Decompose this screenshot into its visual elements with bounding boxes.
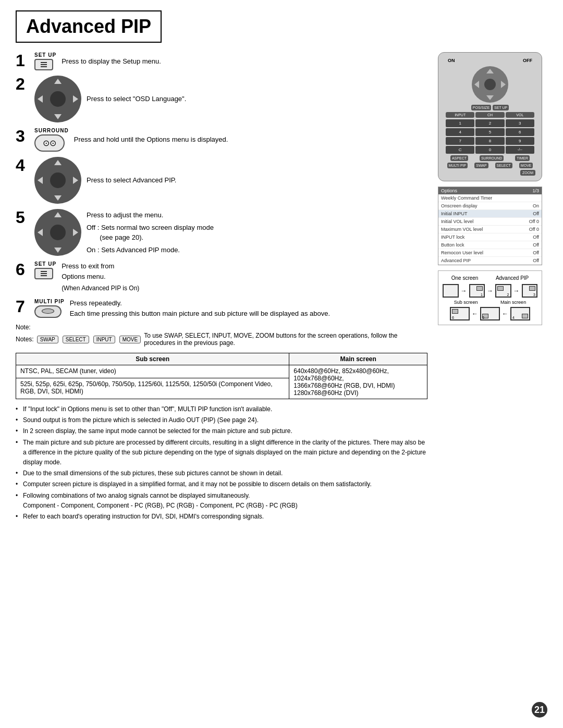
setup-button-6[interactable] — [34, 268, 53, 279]
remote-surround-btn[interactable]: SURROUND — [480, 155, 504, 161]
options-page: 1/3 — [532, 188, 539, 193]
menu-icon-6 — [41, 271, 47, 276]
table-cell-main-1: 640x480@60Hz, 852x480@60Hz, 1024x768@60H… — [289, 365, 427, 399]
dpad-center[interactable] — [50, 91, 66, 107]
bullet-item-5: • Computer screen picture is displayed i… — [16, 479, 427, 489]
remote-select-btn[interactable]: SELECT — [495, 163, 512, 168]
options-inputlock-val: Off — [533, 235, 539, 240]
bullet-icon-7: • — [16, 512, 21, 522]
remote-pos-size-btn[interactable]: POS/SIZE — [471, 105, 491, 110]
table-col2-header: Main screen — [289, 353, 427, 365]
dpad-right-icon-5[interactable] — [73, 229, 78, 236]
options-remocon-val: Off — [533, 250, 539, 255]
dpad-left-icon-5[interactable] — [38, 229, 43, 236]
options-row-3: Initial VOL level Off 0 — [438, 218, 542, 226]
step-1: 1 SET UP Press to display the Setup menu… — [16, 52, 427, 70]
remote-swap-btn[interactable]: SWAP — [474, 163, 488, 168]
options-remocon-label: Remocon User level — [441, 250, 483, 255]
remote-multi-pip-btn[interactable]: MULTI PIP — [447, 163, 468, 168]
remote-num-0[interactable]: 0 — [475, 146, 504, 154]
sub-screen-pip1 — [476, 286, 483, 291]
multi-pip-button[interactable] — [34, 305, 62, 318]
dpad-down-icon[interactable] — [54, 114, 62, 119]
remote-center-btn[interactable] — [484, 79, 496, 90]
dpad-right-icon[interactable] — [73, 95, 78, 103]
dpad-4[interactable] — [34, 157, 81, 204]
remote-up-arrow — [486, 69, 494, 73]
remote-num-3[interactable]: 3 — [506, 119, 534, 127]
options-row-8: Advanced PIP Off — [438, 257, 542, 265]
options-row-1: Onscreen display On — [438, 202, 542, 210]
dpad-right-icon-4[interactable] — [73, 177, 78, 184]
remote-num-dash[interactable]: -/-- — [506, 146, 534, 154]
table-col1-header: Sub screen — [16, 353, 289, 365]
step-5-text-2: Off : Sets normal two screen display mod… — [87, 223, 214, 243]
table-cell-sub-1: NTSC, PAL, SECAM (tuner, video) — [16, 365, 289, 378]
input-button-icon: INPUT — [93, 336, 115, 343]
arrow-l1: ← — [502, 310, 508, 317]
step-5: 5 Press to adjust the menu. Off : Sets n… — [16, 209, 427, 256]
remote-num-8[interactable]: 8 — [475, 137, 504, 145]
step-6-text: Press to exit fromOptions menu. — [62, 261, 139, 281]
remote-setup-btn[interactable]: SET UP — [493, 105, 509, 110]
pip4-num: 4 — [512, 316, 515, 319]
screen-pip2: 2 — [495, 284, 511, 298]
remote-right-arrow — [501, 81, 506, 88]
remote-num-9[interactable]: 9 — [506, 137, 534, 145]
multi-pip-oval — [42, 309, 54, 314]
advanced-pip-label: Advanced PIP — [496, 275, 529, 281]
remote-left-arrow — [474, 81, 479, 88]
remote-numpad: 1 2 3 4 5 6 7 8 9 C 0 -/-- — [446, 119, 534, 154]
dpad-center-5[interactable] — [50, 225, 66, 240]
dpad-left-icon-4[interactable] — [38, 177, 43, 184]
dpad-down-icon-5[interactable] — [54, 248, 62, 253]
arrow-r1: → — [461, 287, 467, 294]
bullet-item-7: • Refer to each board's operating instru… — [16, 512, 427, 522]
surround-button[interactable]: ⊙⊙ — [34, 134, 65, 152]
dpad-down-icon-4[interactable] — [54, 195, 62, 201]
options-title: Options — [441, 188, 457, 193]
step-2-number: 2 — [16, 76, 30, 92]
dpad-2[interactable] — [34, 76, 81, 122]
pip-diagram: One screen Advanced PIP → 1 → 2 → — [438, 270, 542, 325]
remote-timer-btn[interactable]: TIMER — [515, 155, 530, 161]
step-1-text: Press to display the Setup menu. — [62, 56, 161, 67]
bullet-icon-4: • — [16, 468, 21, 478]
remote-dpad[interactable] — [472, 66, 508, 103]
remote-num-5[interactable]: 5 — [475, 128, 504, 136]
options-vol-val: Off 0 — [529, 219, 539, 224]
remote-num-7[interactable]: 7 — [446, 137, 474, 145]
dpad-up-icon-5[interactable] — [54, 212, 62, 217]
dpad-5[interactable] — [34, 209, 81, 256]
dpad-up-icon[interactable] — [54, 79, 62, 84]
pip2-num: 2 — [507, 293, 509, 297]
step-2: 2 Press to select "OSD Language". — [16, 76, 427, 122]
screen-pip3: 3 — [522, 284, 538, 298]
step-6-sublabel: (When Advanced PIP is On) — [62, 283, 139, 293]
remote-vol-btn[interactable]: VOL — [506, 112, 534, 118]
step-2-text: Press to select "OSD Language". — [87, 94, 186, 104]
remote-zoom-btn[interactable]: ZOOM — [520, 170, 535, 176]
swap-button-icon: SWAP — [37, 336, 58, 343]
remote-num-6[interactable]: 6 — [506, 128, 534, 136]
remote-ch-btn[interactable]: CH — [475, 112, 504, 118]
bullet-text-3: The main picture and sub picture are pro… — [23, 438, 427, 468]
remote-down-arrow — [486, 95, 494, 100]
remote-input-btn[interactable]: INPUT — [446, 112, 474, 118]
bullet-item-4: • Due to the small dimensions of the sub… — [16, 468, 427, 478]
dpad-center-4[interactable] — [50, 172, 66, 188]
dpad-left-icon[interactable] — [38, 95, 43, 103]
remote-num-4[interactable]: 4 — [446, 128, 474, 136]
remote-num-2[interactable]: 2 — [475, 119, 504, 127]
step-6: 6 SET UP Press to exit fromOptions menu.… — [16, 261, 427, 293]
bullet-item-2: • In 2 screen display, the same input mo… — [16, 426, 427, 436]
bullet-item-1: • Sound output is from the picture which… — [16, 415, 427, 425]
remote-aspect-btn[interactable]: ASPECT — [450, 155, 468, 161]
options-row-4: Maximum VOL level Off 0 — [438, 226, 542, 233]
setup-button-1[interactable] — [34, 59, 53, 70]
remote-move-btn[interactable]: MOVE — [519, 163, 533, 168]
bullet-icon-0: • — [16, 404, 21, 414]
remote-num-1[interactable]: 1 — [446, 119, 474, 127]
dpad-up-icon-4[interactable] — [54, 160, 62, 165]
remote-num-c[interactable]: C — [446, 146, 474, 154]
